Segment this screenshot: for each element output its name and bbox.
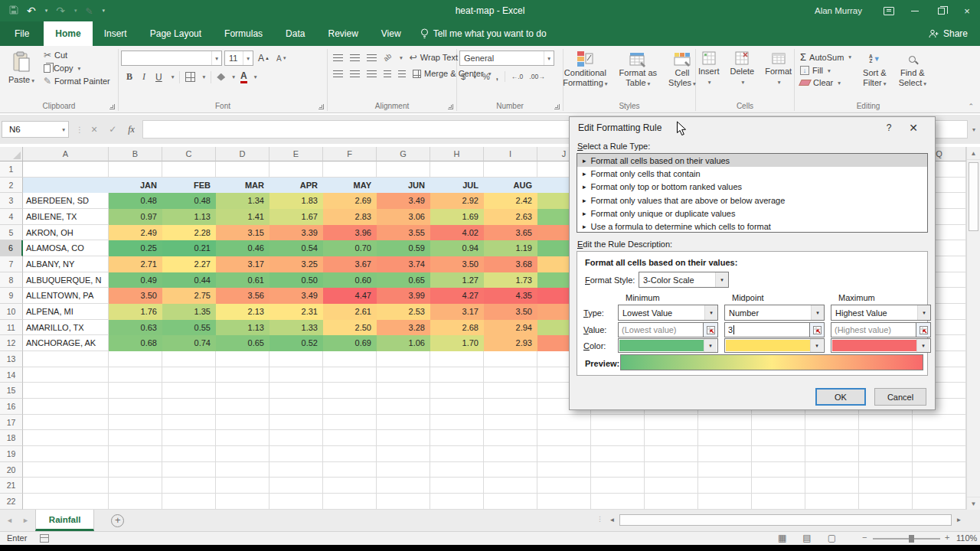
grid-cell[interactable] <box>430 399 484 415</box>
grid-cell[interactable]: 0.60 <box>323 272 377 289</box>
grid-cell[interactable]: 0.50 <box>270 272 323 289</box>
grid-cell[interactable]: 3.56 <box>216 288 270 304</box>
grid-cell[interactable] <box>484 383 537 399</box>
grid-cell[interactable]: 2.50 <box>323 320 377 336</box>
grid-cell[interactable]: 3.67 <box>323 256 377 272</box>
grid-cell[interactable] <box>859 494 913 510</box>
normal-view-icon[interactable]: ▦ <box>778 533 786 544</box>
underline-dropdown-icon[interactable] <box>172 73 175 80</box>
horizontal-scroll-thumb[interactable] <box>619 514 952 526</box>
grid-cell[interactable]: APR <box>270 178 323 194</box>
grid-cell[interactable]: 2.63 <box>484 209 537 225</box>
maximum-color-select[interactable] <box>831 338 931 353</box>
grid-cell[interactable] <box>377 161 430 178</box>
grid-cell[interactable] <box>752 446 805 462</box>
orientation-icon[interactable]: ab <box>382 52 393 63</box>
scroll-right-icon[interactable]: ► <box>953 514 965 527</box>
grid-cell[interactable]: 3.55 <box>377 225 430 241</box>
grid-cell[interactable] <box>216 415 270 431</box>
grid-cell[interactable] <box>162 415 216 431</box>
grid-cell[interactable]: JUL <box>430 178 484 194</box>
select-all-corner[interactable] <box>0 147 23 161</box>
grid-cell[interactable]: 3.39 <box>270 225 323 241</box>
grid-cell[interactable] <box>323 430 377 446</box>
grid-cell[interactable]: 0.44 <box>162 272 216 289</box>
user-name[interactable]: Alan Murray <box>815 6 862 15</box>
grid-cell[interactable]: 3.49 <box>377 193 430 209</box>
grid-cell[interactable] <box>23 383 109 399</box>
grid-cell[interactable]: 2.94 <box>484 320 537 336</box>
grid-cell[interactable] <box>430 478 484 494</box>
grid-cell[interactable] <box>23 161 109 178</box>
grid-cell[interactable] <box>430 430 484 446</box>
grid-cell[interactable]: 3.65 <box>484 225 537 241</box>
grid-cell[interactable]: 2.92 <box>430 193 484 209</box>
grid-cell[interactable]: ABERDEEN, SD <box>23 193 109 209</box>
grid-cell[interactable] <box>270 383 323 399</box>
grid-cell[interactable]: FEB <box>162 178 216 194</box>
grid-cell[interactable]: 1.13 <box>216 320 270 336</box>
grid-cell[interactable]: 2.53 <box>377 304 430 320</box>
grid-cell[interactable] <box>23 178 109 194</box>
page-break-view-icon[interactable]: ▢ <box>828 533 836 544</box>
row-header[interactable]: 2 <box>0 178 23 194</box>
midpoint-color-dropdown-icon[interactable] <box>810 339 823 352</box>
grid-cell[interactable] <box>23 415 109 431</box>
grid-cell[interactable] <box>698 446 752 462</box>
grid-cell[interactable]: 0.48 <box>109 193 162 209</box>
grid-cell[interactable]: ANCHORAGE, AK <box>23 335 109 351</box>
align-center-icon[interactable] <box>350 70 360 77</box>
grid-cell[interactable]: AMARILLO, TX <box>23 320 109 336</box>
grid-cell[interactable] <box>752 415 805 431</box>
grid-cell[interactable] <box>537 478 591 494</box>
format-painter-button[interactable]: Format Painter <box>41 74 113 88</box>
insert-cells-button[interactable]: Insert <box>694 48 724 88</box>
zoom-in-icon[interactable]: + <box>945 533 949 542</box>
grid-cell[interactable]: ALAMOSA, CO <box>23 240 109 256</box>
tab-home[interactable]: Home <box>44 21 92 46</box>
font-color-dropdown-icon[interactable] <box>254 73 257 80</box>
grid-cell[interactable] <box>591 430 645 446</box>
align-top-icon[interactable] <box>333 54 343 61</box>
midpoint-type-dropdown-icon[interactable] <box>811 305 824 320</box>
row-header[interactable]: 1 <box>0 161 23 178</box>
grid-cell[interactable] <box>162 161 216 178</box>
grid-cell[interactable]: ALPENA, MI <box>23 304 109 320</box>
grid-cell[interactable] <box>323 383 377 399</box>
grid-cell[interactable] <box>377 415 430 431</box>
save-icon[interactable] <box>9 4 18 18</box>
align-middle-icon[interactable] <box>350 54 360 61</box>
scroll-left-icon[interactable]: ◄ <box>606 514 618 527</box>
grid-cell[interactable] <box>323 367 377 383</box>
grid-cell[interactable] <box>752 430 805 446</box>
grid-cell[interactable] <box>484 494 537 510</box>
grid-cell[interactable]: 1.06 <box>377 335 430 351</box>
zoom-slider[interactable] <box>873 538 940 540</box>
grid-cell[interactable] <box>645 462 698 478</box>
grid-cell[interactable] <box>162 430 216 446</box>
row-header[interactable]: 14 <box>0 367 23 383</box>
row-header[interactable]: 8 <box>0 272 23 289</box>
minimum-type-dropdown-icon[interactable] <box>704 305 717 320</box>
grid-cell[interactable]: 3.15 <box>216 225 270 241</box>
tab-view[interactable]: View <box>370 21 413 46</box>
grid-cell[interactable]: MAY <box>323 178 377 194</box>
underline-button[interactable]: U <box>153 70 165 84</box>
grid-cell[interactable]: 0.65 <box>377 272 430 289</box>
grid-cell[interactable]: 0.48 <box>162 193 216 209</box>
grid-cell[interactable] <box>23 399 109 415</box>
vertical-scroll-thumb[interactable] <box>969 162 978 231</box>
rule-type-option[interactable]: ▸Format only cells that contain <box>577 167 927 180</box>
grid-cell[interactable] <box>430 446 484 462</box>
close-button[interactable]: × <box>954 0 980 21</box>
grid-cell[interactable] <box>805 430 859 446</box>
grid-cell[interactable] <box>645 415 698 431</box>
grid-cell[interactable] <box>430 351 484 367</box>
scroll-up-icon[interactable]: ▲ <box>967 147 980 160</box>
grid-cell[interactable]: 2.42 <box>484 193 537 209</box>
grid-cell[interactable] <box>698 415 752 431</box>
paste-button[interactable]: Paste <box>2 48 41 87</box>
grid-cell[interactable]: 3.28 <box>377 320 430 336</box>
grid-cell[interactable] <box>216 446 270 462</box>
grid-cell[interactable] <box>23 430 109 446</box>
